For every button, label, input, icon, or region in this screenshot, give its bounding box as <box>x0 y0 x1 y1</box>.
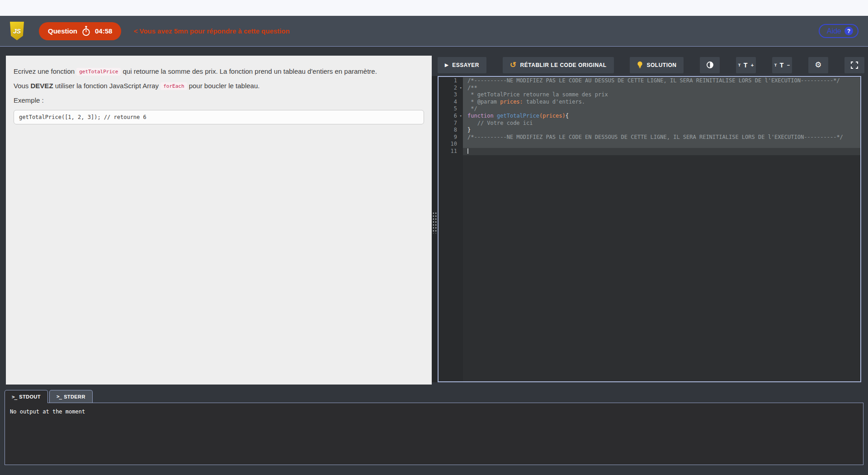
output-console: No output at the moment <box>5 403 863 465</box>
stopwatch-icon <box>81 26 91 36</box>
code-editor[interactable]: 1/*----------NE MODIFIEZ PAS LE CODE AU … <box>438 76 861 382</box>
lightbulb-icon <box>637 61 643 69</box>
code-text: /*----------NE MODIFIEZ PAS LE CODE EN D… <box>463 134 860 141</box>
code-line-11: 11 <box>439 148 860 155</box>
tab-stderr[interactable]: >_ STDERR <box>49 390 93 403</box>
question-timer-badge: Question 04:58 <box>39 22 121 40</box>
question-mark-icon: ? <box>844 27 853 35</box>
header-bar: JS Question 04:58 < Vous avez 5mn pour r… <box>0 16 868 47</box>
panel-splitter[interactable] <box>432 76 438 382</box>
stdout-tab-label: STDOUT <box>19 394 41 399</box>
font-decrease-icon: T <box>774 63 777 67</box>
code-text: /** <box>463 85 860 92</box>
tab-stdout[interactable]: >_ STDOUT <box>5 390 48 403</box>
line-number: 3 <box>439 91 463 99</box>
play-icon: ▶ <box>445 63 448 67</box>
solution-button-label: SOLUTION <box>646 62 676 68</box>
statement-text: Ecrivez une fonction <box>14 67 76 75</box>
fullscreen-icon <box>851 62 858 69</box>
statement-text: pour boucler le tableau. <box>187 82 260 90</box>
code-text <box>463 148 860 155</box>
time-warning-text: < Vous avez 5mn pour répondre à cette qu… <box>133 27 289 35</box>
font-increase-icon: T <box>744 62 748 69</box>
font-increase-icon: T <box>738 63 741 67</box>
fullscreen-button[interactable] <box>844 57 864 73</box>
plus-sign: + <box>751 62 754 68</box>
line-number: 5 <box>439 105 463 113</box>
code-line-7: 7 // Votre code ici <box>439 120 860 127</box>
terminal-prompt-icon: >_ <box>57 394 61 399</box>
code-line-9: 9/*----------NE MODIFIEZ PAS LE CODE EN … <box>439 134 860 141</box>
splitter-grip-icon <box>432 212 437 233</box>
reset-code-button[interactable]: ↺ RÉTABLIR LE CODE ORIGINAL <box>503 57 614 73</box>
code-line-3: 3 * getTotalPrice retourne la somme des … <box>439 91 860 99</box>
code-line-6: 6▾function getTotalPrice(prices){ <box>439 113 860 120</box>
code-line-10: 10 <box>439 141 860 148</box>
line-number: 7 <box>439 120 463 127</box>
statement-paragraph-2: Vous DEVEZ utiliser la fonction JavaScri… <box>14 82 424 90</box>
font-increase-button[interactable]: TT+ <box>736 57 756 73</box>
code-text: /*----------NE MODIFIEZ PAS LE CODE AU D… <box>463 77 860 85</box>
font-decrease-button[interactable]: TT− <box>772 57 792 73</box>
exercise-app: JS Question 04:58 < Vous avez 5mn pour r… <box>0 0 868 475</box>
code-text: */ <box>463 105 860 113</box>
code-text: function getTotalPrice(prices){ <box>463 113 860 120</box>
example-label: Exemple : <box>14 96 424 104</box>
undo-icon: ↺ <box>510 61 517 69</box>
solution-button[interactable]: SOLUTION <box>630 57 684 73</box>
output-tabs: >_ STDOUT >_ STDERR <box>5 390 93 403</box>
font-decrease-icon: T <box>780 62 784 69</box>
statement-text: utiliser la fonction JavaScript Array <box>53 82 161 90</box>
help-button-label: Aide <box>827 27 841 35</box>
terminal-prompt-icon: >_ <box>12 394 17 400</box>
exercise-statement-panel: Ecrivez une fonction getTotalPrice qui r… <box>6 56 432 385</box>
code-line-8: 8} <box>439 127 860 134</box>
code-line-5: 5 */ <box>439 105 860 113</box>
devez-emphasis: DEVEZ <box>31 82 53 90</box>
line-number: 10 <box>439 141 463 148</box>
code-text: * @param prices: tableau d'entiers. <box>463 99 860 106</box>
text-cursor <box>467 148 468 154</box>
settings-button[interactable]: ⚙ <box>808 57 828 73</box>
code-text: * getTotalPrice retourne la somme des pr… <box>463 91 860 99</box>
timer-value: 04:58 <box>95 27 112 35</box>
fold-arrow-icon[interactable]: ▾ <box>460 113 462 120</box>
statement-paragraph-1: Ecrivez une fonction getTotalPrice qui r… <box>14 67 424 75</box>
run-button-label: ESSAYER <box>452 62 479 68</box>
output-message: No output at the moment <box>10 408 85 415</box>
code-line-4: 4 * @param prices: tableau d'entiers. <box>439 99 860 106</box>
code-line-2: 2▾/** <box>439 85 860 92</box>
stderr-tab-label: STDERR <box>64 394 85 399</box>
reset-button-label: RÉTABLIR LE CODE ORIGINAL <box>520 62 607 68</box>
question-label: Question <box>48 27 77 35</box>
contrast-icon <box>706 61 714 69</box>
line-number: 8 <box>439 127 463 134</box>
minus-sign: − <box>787 62 790 68</box>
javascript-logo: JS <box>10 22 24 40</box>
fold-arrow-icon[interactable]: ▾ <box>460 85 462 92</box>
code-line-1: 1/*----------NE MODIFIEZ PAS LE CODE AU … <box>439 77 860 85</box>
editor-toolbar: ▶ ESSAYER ↺ RÉTABLIR LE CODE ORIGINAL SO… <box>438 57 864 73</box>
line-number: 1 <box>439 77 463 85</box>
inline-code-forEach: forEach <box>160 82 187 90</box>
run-button[interactable]: ▶ ESSAYER <box>438 57 486 73</box>
line-number: 6▾ <box>439 113 463 120</box>
line-number: 2▾ <box>439 85 463 92</box>
code-lines: 1/*----------NE MODIFIEZ PAS LE CODE AU … <box>439 77 860 155</box>
line-number: 9 <box>439 134 463 141</box>
example-code-block: getTotalPrice([1, 2, 3]); // retourne 6 <box>14 110 424 124</box>
gear-icon: ⚙ <box>815 61 822 69</box>
help-button[interactable]: Aide ? <box>819 24 859 38</box>
statement-text: qui retourne la somme des prix. La fonct… <box>121 67 377 75</box>
line-number: 4 <box>439 99 463 106</box>
code-text <box>463 141 860 148</box>
code-text: // Votre code ici <box>463 120 860 127</box>
statement-text: Vous <box>14 82 31 90</box>
code-text: } <box>463 127 860 134</box>
line-number: 11 <box>439 148 463 155</box>
theme-toggle-button[interactable] <box>700 57 720 73</box>
top-strip <box>0 0 868 16</box>
inline-code-getTotalPrice: getTotalPrice <box>76 68 121 76</box>
